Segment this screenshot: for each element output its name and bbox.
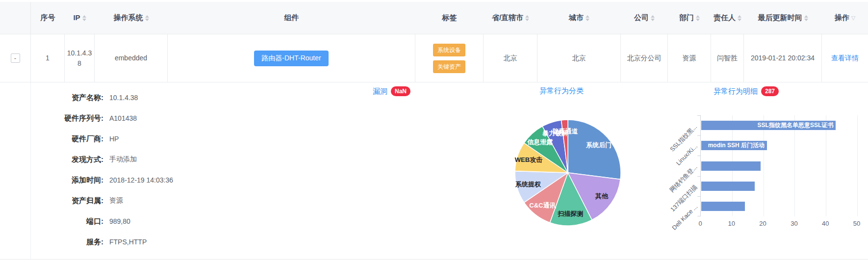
header-ip[interactable]: IP — [65, 2, 95, 34]
vulnerabilities-section-title[interactable]: 漏洞 NaN — [373, 86, 410, 96]
abnormal-category-section-title[interactable]: 异常行为分类 — [539, 86, 584, 96]
info-row-serial: 硬件序列号:A101438 — [0, 108, 363, 129]
filter-icon[interactable]: ▽ — [851, 15, 855, 22]
header-company[interactable]: 公司 — [621, 2, 668, 34]
gridline — [857, 115, 858, 216]
y-axis-tick — [697, 216, 701, 216]
sort-icon[interactable] — [586, 15, 589, 21]
cell-tags: 系统设备 关键资产 — [415, 34, 484, 82]
header-city[interactable]: 城市 — [537, 2, 621, 34]
x-axis-tick-label: 10 — [725, 220, 739, 227]
vulnerabilities-count-badge: NaN — [391, 86, 410, 96]
cell-component: 路由器-DHT-Router — [168, 34, 415, 82]
component-button[interactable]: 路由器-DHT-Router — [254, 51, 328, 66]
info-row-asset-name: 资产名称:10.1.4.38 — [0, 87, 363, 108]
sort-icon[interactable] — [651, 15, 655, 21]
field-value: 手动添加 — [109, 155, 137, 164]
header-owner-label: 责任人 — [714, 13, 736, 23]
bar-value-label: modin SSH 后门活动 — [701, 141, 767, 150]
vulnerabilities-link[interactable]: 漏洞 — [373, 87, 387, 96]
x-axis-tick-label: 30 — [787, 220, 801, 227]
info-row-ownership: 资产归属:资源 — [0, 190, 363, 211]
cell-index: 1 — [31, 34, 65, 82]
asset-table-page: 序号 IP 操作系统 组件 标签 省/直辖市 城市 公司 部门 责任人 最后更新… — [0, 0, 868, 263]
gridline — [764, 115, 764, 216]
sort-icon[interactable] — [696, 15, 700, 21]
table-row: - 1 10.1.4.38 embedded 路由器-DHT-Router 系统… — [0, 34, 868, 82]
pie-slice-label-5: WEB攻击 — [515, 156, 542, 163]
bar-0: SSL指纹黑名单恶意SSL证书 — [701, 121, 836, 130]
header-os-label: 操作系统 — [114, 13, 143, 23]
bar-1: modin SSH 后门活动 — [701, 141, 767, 150]
abnormal-detail-link[interactable]: 异常行为明细 — [714, 87, 758, 96]
x-axis-tick-label: 0 — [693, 220, 707, 227]
field-label: 硬件序列号: — [0, 114, 103, 123]
sort-icon[interactable] — [145, 15, 149, 21]
header-owner[interactable]: 责任人 — [711, 2, 744, 34]
pie-slice-label-2: 扫描探测 — [557, 210, 583, 217]
field-value: HP — [109, 135, 119, 143]
abnormal-category-pie-chart: 系统后门其他扫描探测C&C通讯系统提权WEB攻击信息泄露暴力破解隐蔽通道 — [494, 99, 641, 246]
x-axis-tick-label: 40 — [818, 220, 832, 227]
pie-slice-label-6: 信息泄露 — [527, 138, 553, 146]
sort-icon[interactable] — [738, 15, 741, 21]
cell-owner: 闫智胜 — [711, 34, 744, 82]
sort-icon[interactable] — [804, 15, 808, 21]
header-last-updated-label: 最后更新时间 — [758, 13, 802, 23]
cell-department: 资源 — [668, 34, 711, 82]
header-tags-label: 标签 — [442, 13, 457, 23]
sort-icon[interactable] — [82, 15, 86, 21]
cell-ip: 10.1.4.38 — [65, 34, 95, 82]
sort-icon[interactable] — [525, 15, 529, 21]
field-value: A101438 — [109, 114, 137, 122]
header-province[interactable]: 省/直辖市 — [484, 2, 537, 34]
header-component-label: 组件 — [284, 13, 299, 23]
field-label: 硬件厂商: — [0, 134, 103, 144]
pie-slice-label-3: C&C通讯 — [529, 202, 556, 209]
header-component: 组件 — [168, 2, 415, 34]
info-row-added-time: 添加时间:2018-12-19 14:03:36 — [0, 170, 363, 190]
abnormal-category-link[interactable]: 异常行为分类 — [539, 86, 584, 96]
field-label: 端口: — [0, 217, 103, 226]
y-axis-tick — [697, 115, 701, 116]
y-axis-tick — [697, 176, 701, 177]
field-value: 2018-12-19 14:03:36 — [109, 176, 173, 184]
tag-key-asset[interactable]: 关键资产 — [433, 60, 465, 73]
pie-slice-label-1: 其他 — [595, 192, 609, 200]
gridline — [794, 115, 795, 216]
info-row-ports: 端口:989,80 — [0, 211, 363, 232]
cell-os: embedded — [95, 34, 168, 82]
header-os[interactable]: 操作系统 — [95, 2, 168, 34]
cell-company: 北京分公司 — [621, 34, 668, 82]
cell-actions: 查看详情 — [822, 34, 868, 82]
collapse-row-button[interactable]: - — [11, 53, 20, 63]
bar-value-label: SSL指纹黑名单恶意SSL证书 — [701, 121, 836, 130]
header-last-updated[interactable]: 最后更新时间 — [744, 2, 822, 34]
asset-info-list: 资产名称:10.1.4.38 硬件序列号:A101438 硬件厂商:HP 发现方… — [0, 87, 363, 252]
tag-system-device[interactable]: 系统设备 — [433, 44, 465, 56]
field-label: 发现方式: — [0, 155, 103, 164]
header-department-label: 部门 — [679, 13, 694, 23]
abnormal-detail-count-badge: 287 — [761, 86, 779, 96]
header-province-label: 省/直辖市 — [492, 13, 523, 23]
pie-slice-label-8: 隐蔽通道 — [553, 128, 578, 135]
header-department[interactable]: 部门 — [668, 2, 711, 34]
bar-chart-x-axis: 01020304050 — [700, 220, 867, 230]
view-details-link[interactable]: 查看详情 — [831, 53, 859, 63]
field-value: 10.1.4.38 — [109, 94, 138, 102]
bar-2 — [701, 161, 761, 171]
abnormal-detail-bar-chart: SSL指纹黑名单恶意SSL证书SSL指纹黑...modin SSH 后门活动Li… — [700, 115, 857, 216]
abnormal-detail-section-title[interactable]: 异常行为明细 287 — [714, 86, 779, 96]
header-ip-label: IP — [73, 13, 80, 23]
field-value: FTPS,HTTP — [109, 238, 147, 246]
header-city-label: 城市 — [569, 13, 584, 23]
bar-3 — [701, 182, 755, 191]
cell-expand: - — [0, 34, 31, 82]
table-header: 序号 IP 操作系统 组件 标签 省/直辖市 城市 公司 部门 责任人 最后更新… — [0, 2, 868, 34]
field-label: 资产名称: — [0, 93, 103, 103]
cell-last-updated: 2019-01-21 20:02:34 — [744, 34, 822, 82]
gridline — [826, 115, 826, 216]
field-label: 添加时间: — [0, 176, 103, 185]
header-index-label: 序号 — [41, 13, 55, 23]
field-label: 资产归属: — [0, 196, 103, 206]
